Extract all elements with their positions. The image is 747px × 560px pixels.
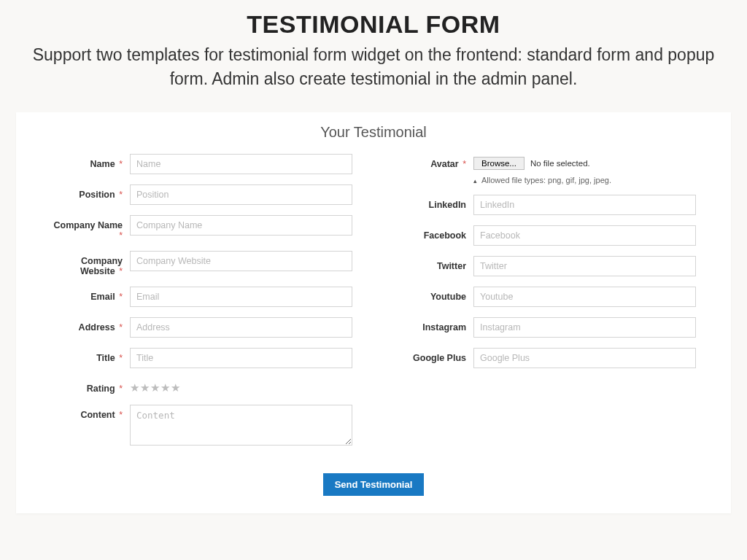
- name-input[interactable]: [130, 154, 352, 174]
- address-label: Address *: [51, 317, 130, 332]
- required-asterisk: *: [119, 384, 123, 394]
- google-plus-input[interactable]: [473, 348, 696, 368]
- linkedin-input[interactable]: [473, 195, 696, 215]
- form-right-column: Avatar * Browse... No file selected. All…: [395, 154, 696, 459]
- submit-row: Send Testimonial: [51, 473, 696, 496]
- field-row-rating: Rating * ★★★★★: [51, 378, 352, 394]
- instagram-label: Instagram: [395, 317, 473, 332]
- field-row-company-website: Company Website *: [51, 251, 352, 276]
- field-row-email: Email *: [51, 287, 352, 307]
- required-asterisk: *: [119, 230, 123, 241]
- google-plus-label: Google Plus: [395, 348, 473, 363]
- page-title: TESTIMONIAL FORM: [0, 10, 747, 39]
- field-row-company-name: Company Name *: [51, 215, 352, 241]
- avatar-browse-button[interactable]: Browse...: [473, 157, 525, 170]
- required-asterisk: *: [119, 353, 123, 363]
- instagram-input[interactable]: [473, 317, 696, 338]
- field-row-content: Content *: [51, 405, 352, 448]
- required-asterisk: *: [119, 266, 123, 276]
- field-row-instagram: Instagram: [395, 317, 696, 338]
- facebook-label: Facebook: [395, 225, 473, 241]
- content-textarea[interactable]: [130, 405, 352, 446]
- field-row-linkedin: LinkedIn: [395, 195, 696, 215]
- field-row-youtube: Youtube: [395, 287, 696, 307]
- field-row-facebook: Facebook: [395, 225, 696, 246]
- avatar-file-hint: Allowed file types: png, gif, jpg, jpeg.: [473, 176, 696, 184]
- required-asterisk: *: [119, 159, 123, 169]
- send-testimonial-button[interactable]: Send Testimonial: [323, 473, 425, 496]
- twitter-label: Twitter: [395, 256, 473, 271]
- name-label: Name *: [51, 154, 130, 169]
- avatar-file-status: No file selected.: [530, 159, 590, 168]
- required-asterisk: *: [119, 292, 123, 302]
- title-input[interactable]: [130, 348, 352, 368]
- position-input[interactable]: [130, 184, 352, 205]
- required-asterisk: *: [462, 159, 466, 169]
- field-row-google-plus: Google Plus: [395, 348, 696, 368]
- rating-label: Rating *: [51, 378, 130, 394]
- field-row-address: Address *: [51, 317, 352, 338]
- company-website-input[interactable]: [130, 251, 352, 271]
- linkedin-label: LinkedIn: [395, 195, 473, 210]
- company-name-input[interactable]: [130, 215, 352, 236]
- title-label: Title *: [51, 348, 130, 363]
- field-row-twitter: Twitter: [395, 256, 696, 276]
- company-website-label: Company Website *: [51, 251, 130, 276]
- testimonial-form-panel: Your Testimonial Name * Position * Compa…: [16, 112, 731, 513]
- field-row-avatar: Avatar * Browse... No file selected. All…: [395, 154, 696, 184]
- page-header: TESTIMONIAL FORM Support two templates f…: [0, 0, 747, 92]
- form-columns: Name * Position * Company Name * Company…: [51, 154, 696, 459]
- position-label: Position *: [51, 184, 130, 200]
- company-name-label: Company Name *: [51, 215, 130, 241]
- required-asterisk: *: [119, 190, 123, 200]
- page-subtitle: Support two templates for testimonial fo…: [0, 43, 747, 92]
- content-label: Content *: [51, 405, 130, 420]
- email-input[interactable]: [130, 287, 352, 307]
- address-input[interactable]: [130, 317, 352, 338]
- twitter-input[interactable]: [473, 256, 696, 276]
- youtube-input[interactable]: [473, 287, 696, 307]
- avatar-label: Avatar *: [395, 154, 473, 169]
- form-left-column: Name * Position * Company Name * Company…: [51, 154, 352, 459]
- required-asterisk: *: [119, 322, 123, 332]
- youtube-label: Youtube: [395, 287, 473, 302]
- rating-stars[interactable]: ★★★★★: [130, 378, 352, 394]
- field-row-name: Name *: [51, 154, 352, 174]
- email-label: Email *: [51, 287, 130, 302]
- field-row-position: Position *: [51, 184, 352, 205]
- required-asterisk: *: [119, 410, 123, 420]
- form-title: Your Testimonial: [51, 124, 696, 141]
- facebook-input[interactable]: [473, 225, 696, 246]
- field-row-title: Title *: [51, 348, 352, 368]
